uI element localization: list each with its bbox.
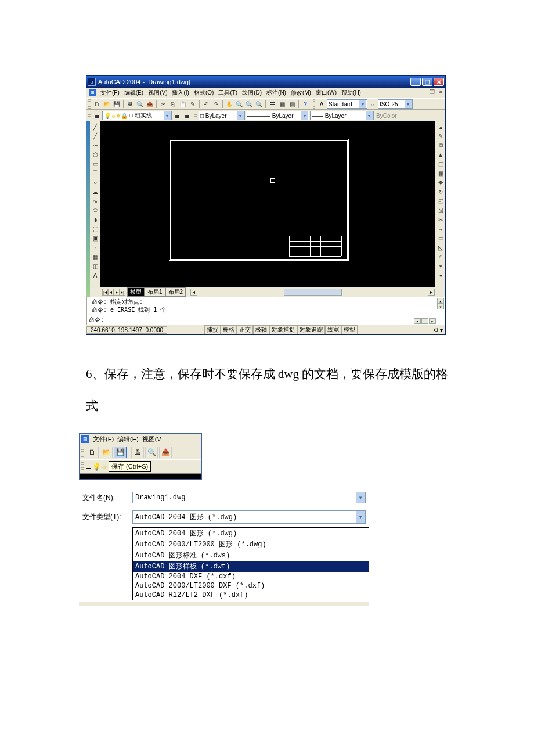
- cmd-hscroll-thumb[interactable]: [421, 318, 428, 324]
- command-prompt[interactable]: 命令:: [89, 316, 104, 323]
- menu-edit[interactable]: 编辑(E): [117, 435, 139, 444]
- layerprev2-icon[interactable]: ≣: [182, 111, 192, 120]
- point-icon[interactable]: ·: [91, 243, 100, 251]
- toolbar-grip[interactable]: [81, 462, 84, 471]
- hscrollbar[interactable]: ◂ ▸: [190, 289, 435, 296]
- filetype-option[interactable]: AutoCAD 2004 图形 (*.dwg): [133, 528, 369, 539]
- copy2-icon[interactable]: ⧉: [436, 141, 445, 149]
- toggle-model[interactable]: 模型: [341, 325, 358, 334]
- cut-icon[interactable]: ✂: [158, 99, 168, 109]
- erase-icon[interactable]: ✎: [436, 132, 445, 140]
- tab-layout1[interactable]: 布局1: [145, 287, 165, 297]
- properties-icon[interactable]: ☰: [268, 99, 277, 109]
- toggle-osnap[interactable]: 对象捕捉: [269, 325, 297, 334]
- redo-icon[interactable]: ↷: [211, 99, 221, 109]
- cmd-hscroll-left-icon[interactable]: ◂: [414, 318, 421, 324]
- menu-help[interactable]: 帮助(H): [340, 89, 362, 97]
- cmd-scroll-down-icon[interactable]: ▾: [437, 304, 444, 309]
- move-icon[interactable]: ✥: [436, 178, 445, 186]
- rotate-icon[interactable]: ↻: [436, 188, 445, 196]
- offset-icon[interactable]: ◫: [436, 160, 445, 168]
- insert-icon[interactable]: ⬚: [91, 225, 100, 233]
- textstyle-combo[interactable]: Standard: [327, 99, 367, 109]
- mirror-icon[interactable]: ▲: [436, 150, 445, 159]
- minimize-button[interactable]: _: [410, 78, 421, 86]
- new-icon[interactable]: 🗋: [86, 447, 99, 458]
- revcloud-icon[interactable]: ☁: [91, 188, 100, 196]
- tpalette-icon[interactable]: ▤: [287, 99, 297, 109]
- cmd-hscroll-right-icon[interactable]: ▸: [429, 318, 436, 324]
- filetype-option[interactable]: AutoCAD 图形样板 (*.dwt): [133, 561, 369, 572]
- menu-view[interactable]: 视图(V: [142, 435, 161, 444]
- save-icon[interactable]: 💾: [114, 447, 127, 458]
- tab-layout2[interactable]: 布局2: [165, 287, 186, 297]
- toggle-otrack[interactable]: 对象追踪: [297, 325, 325, 334]
- vscroll-up-icon[interactable]: ▴: [436, 123, 445, 131]
- tray-menu-icon[interactable]: ▾: [440, 327, 443, 333]
- xline-icon[interactable]: ╱: [91, 132, 100, 140]
- toolbar-grip[interactable]: [88, 99, 91, 109]
- explode-icon[interactable]: ✶: [436, 262, 445, 270]
- document-icon[interactable]: ⊞: [81, 435, 89, 443]
- new-icon[interactable]: 🗋: [92, 99, 102, 109]
- menu-view[interactable]: 视图(V): [147, 89, 168, 97]
- menu-format[interactable]: 格式(O): [193, 89, 215, 97]
- dimstyle-icon[interactable]: ↔: [368, 99, 377, 109]
- open-icon[interactable]: 📂: [102, 99, 111, 109]
- menu-edit[interactable]: 编辑(E): [123, 89, 145, 97]
- filetype-option[interactable]: AutoCAD 2000/LT2000 图形 (*.dwg): [133, 539, 369, 550]
- command-window[interactable]: 命令: 指定对角点: 命令: e ERASE 找到 1 个 命令: ▴▾ ◂ ▸: [86, 297, 445, 325]
- save-icon[interactable]: 💾: [112, 99, 121, 109]
- preview-icon[interactable]: 🔍: [145, 447, 158, 458]
- ellipse-icon[interactable]: ⬭: [91, 206, 100, 214]
- coords-readout[interactable]: 240.6610, 198.1497, 0.0000: [86, 326, 167, 334]
- toolbar-grip[interactable]: [88, 111, 91, 120]
- cmd-scroll-up-icon[interactable]: ▴: [437, 298, 444, 304]
- zoom-win-icon[interactable]: 🔍: [244, 99, 254, 109]
- menu-file[interactable]: 文件(F): [93, 435, 114, 444]
- drawing-canvas[interactable]: [100, 121, 435, 287]
- textstyle-icon[interactable]: A: [317, 99, 326, 109]
- match-icon[interactable]: ✎: [188, 99, 197, 109]
- filetype-option[interactable]: AutoCAD R12/LT2 DXF (*.dxf): [133, 591, 369, 600]
- menu-dim[interactable]: 标注(N): [265, 89, 287, 97]
- filetype-combo[interactable]: AutoCAD 2004 图形 (*.dwg): [132, 510, 366, 524]
- color-combo[interactable]: □ ByLayer: [199, 111, 245, 120]
- polygon-icon[interactable]: ⬠: [91, 150, 100, 159]
- filetype-option[interactable]: AutoCAD 图形标准 (*.dws): [133, 550, 369, 561]
- layerprev-icon[interactable]: ≣: [172, 111, 182, 120]
- arc-icon[interactable]: ⌒: [91, 169, 100, 177]
- toolbar-grip[interactable]: [194, 111, 197, 120]
- scale-icon[interactable]: ◱: [436, 197, 445, 205]
- close-button[interactable]: ✕: [434, 78, 444, 86]
- chamfer-icon[interactable]: ◺: [436, 243, 445, 251]
- filetype-option[interactable]: AutoCAD 2000/LT2000 DXF (*.dxf): [133, 581, 369, 591]
- doc-minimize-button[interactable]: _: [421, 89, 427, 95]
- tab-nav-next-icon[interactable]: ▸: [114, 289, 120, 296]
- toggle-grid[interactable]: 栅格: [221, 325, 237, 334]
- filetype-option[interactable]: AutoCAD 2004 DXF (*.dxf): [133, 572, 369, 581]
- vscroll-down-icon[interactable]: ▾: [436, 271, 445, 279]
- maximize-button[interactable]: ❐: [422, 78, 432, 86]
- menu-file[interactable]: 文件(F): [99, 89, 121, 97]
- tab-nav-first-icon[interactable]: |◂: [102, 289, 108, 296]
- print-icon[interactable]: 🖶: [125, 99, 135, 109]
- region-icon[interactable]: ◫: [91, 262, 100, 270]
- toolbar-grip[interactable]: [81, 448, 84, 457]
- lineweight-combo[interactable]: —— ByLayer: [310, 111, 374, 120]
- open-icon[interactable]: 📂: [100, 447, 113, 458]
- menu-window[interactable]: 窗口(W): [315, 89, 338, 97]
- linetype-combo[interactable]: ———— ByLayer: [246, 111, 309, 120]
- preview-icon[interactable]: 🔍: [135, 99, 145, 109]
- tab-nav-last-icon[interactable]: ▸|: [120, 289, 125, 296]
- break-icon[interactable]: ▭: [436, 234, 445, 242]
- trim-icon[interactable]: ✂: [436, 215, 445, 224]
- scroll-right-icon[interactable]: ▸: [428, 289, 435, 296]
- copy-icon[interactable]: ⎘: [168, 99, 178, 109]
- paste-icon[interactable]: 📋: [178, 99, 187, 109]
- toggle-snap[interactable]: 捕捉: [204, 325, 221, 334]
- layer-combo[interactable]: 💡☼❄🔒 □ 粗实线: [102, 111, 172, 120]
- mtext-icon[interactable]: A: [91, 271, 100, 279]
- toggle-ortho[interactable]: 正交: [237, 325, 253, 334]
- menu-modify[interactable]: 修改(M): [290, 89, 312, 97]
